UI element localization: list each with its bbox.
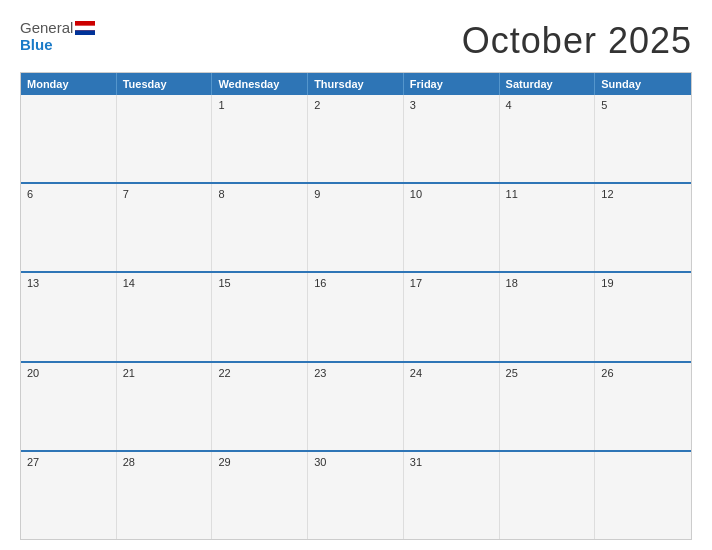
- day-cell: 23: [308, 363, 404, 450]
- day-number: 22: [218, 367, 301, 379]
- day-cell: 4: [500, 95, 596, 182]
- calendar: MondayTuesdayWednesdayThursdayFridaySatu…: [20, 72, 692, 540]
- day-number: 5: [601, 99, 685, 111]
- day-number: 8: [218, 188, 301, 200]
- day-number: 13: [27, 277, 110, 289]
- month-title: October 2025: [462, 20, 692, 62]
- day-number: 30: [314, 456, 397, 468]
- day-cell: 2: [308, 95, 404, 182]
- day-number: 3: [410, 99, 493, 111]
- day-number: 27: [27, 456, 110, 468]
- day-headers: MondayTuesdayWednesdayThursdayFridaySatu…: [21, 73, 691, 95]
- day-number: 26: [601, 367, 685, 379]
- day-cell: 7: [117, 184, 213, 271]
- day-cell: 20: [21, 363, 117, 450]
- svg-rect-1: [75, 26, 95, 31]
- week-row: 6789101112: [21, 182, 691, 271]
- day-cell: [595, 452, 691, 539]
- day-cell: 22: [212, 363, 308, 450]
- week-row: 12345: [21, 95, 691, 182]
- day-number: 10: [410, 188, 493, 200]
- day-number: 16: [314, 277, 397, 289]
- day-cell: 17: [404, 273, 500, 360]
- day-number: 21: [123, 367, 206, 379]
- week-row: 20212223242526: [21, 361, 691, 450]
- day-cell: 24: [404, 363, 500, 450]
- day-cell: 13: [21, 273, 117, 360]
- day-number: 4: [506, 99, 589, 111]
- day-number: 2: [314, 99, 397, 111]
- day-cell: 30: [308, 452, 404, 539]
- weeks: 1234567891011121314151617181920212223242…: [21, 95, 691, 539]
- day-cell: 5: [595, 95, 691, 182]
- svg-rect-2: [75, 31, 95, 36]
- day-number: 24: [410, 367, 493, 379]
- day-number: 14: [123, 277, 206, 289]
- day-cell: 18: [500, 273, 596, 360]
- day-cell: 16: [308, 273, 404, 360]
- day-cell: 12: [595, 184, 691, 271]
- day-number: 19: [601, 277, 685, 289]
- day-cell: 6: [21, 184, 117, 271]
- day-header: Sunday: [595, 73, 691, 95]
- week-row: 13141516171819: [21, 271, 691, 360]
- day-cell: 29: [212, 452, 308, 539]
- day-number: 7: [123, 188, 206, 200]
- day-header: Friday: [404, 73, 500, 95]
- day-number: 11: [506, 188, 589, 200]
- logo-general-text: General: [20, 20, 73, 37]
- day-cell: [21, 95, 117, 182]
- day-number: 1: [218, 99, 301, 111]
- day-header: Saturday: [500, 73, 596, 95]
- day-cell: 26: [595, 363, 691, 450]
- logo-blue-text: Blue: [20, 37, 53, 54]
- day-number: 20: [27, 367, 110, 379]
- day-header: Tuesday: [117, 73, 213, 95]
- day-cell: 10: [404, 184, 500, 271]
- day-number: 28: [123, 456, 206, 468]
- day-number: 23: [314, 367, 397, 379]
- day-number: 31: [410, 456, 493, 468]
- day-cell: 3: [404, 95, 500, 182]
- day-number: 15: [218, 277, 301, 289]
- day-number: 12: [601, 188, 685, 200]
- day-cell: [500, 452, 596, 539]
- day-cell: 8: [212, 184, 308, 271]
- day-number: 29: [218, 456, 301, 468]
- day-header: Monday: [21, 73, 117, 95]
- day-cell: 25: [500, 363, 596, 450]
- header: General Blue October 2025: [20, 20, 692, 62]
- week-row: 2728293031: [21, 450, 691, 539]
- day-cell: 27: [21, 452, 117, 539]
- day-cell: 21: [117, 363, 213, 450]
- logo-flag-icon: [75, 21, 95, 35]
- day-cell: 1: [212, 95, 308, 182]
- day-cell: 14: [117, 273, 213, 360]
- day-header: Wednesday: [212, 73, 308, 95]
- day-number: 25: [506, 367, 589, 379]
- day-cell: 11: [500, 184, 596, 271]
- day-cell: 28: [117, 452, 213, 539]
- day-cell: 15: [212, 273, 308, 360]
- day-header: Thursday: [308, 73, 404, 95]
- day-cell: 31: [404, 452, 500, 539]
- day-cell: [117, 95, 213, 182]
- day-cell: 9: [308, 184, 404, 271]
- day-number: 17: [410, 277, 493, 289]
- logo: General Blue: [20, 20, 95, 53]
- day-number: 6: [27, 188, 110, 200]
- day-cell: 19: [595, 273, 691, 360]
- day-number: 9: [314, 188, 397, 200]
- calendar-page: General Blue October 2025 MondayTuesdayW…: [0, 0, 712, 550]
- day-number: 18: [506, 277, 589, 289]
